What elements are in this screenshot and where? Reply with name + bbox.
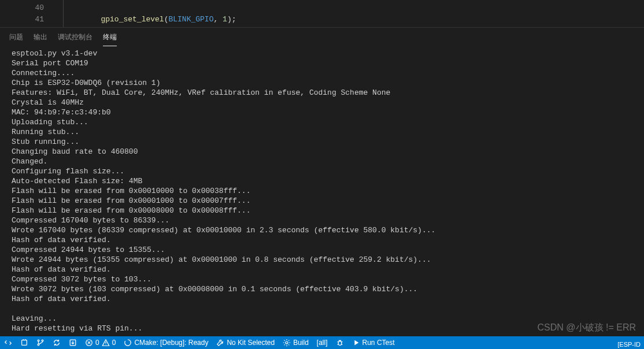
terminal-line: Changed.	[12, 157, 632, 166]
run-button[interactable]: Run CTest	[348, 336, 399, 349]
debug-button[interactable]	[332, 336, 348, 349]
code-line[interactable]: gpio_set_level(BLINK_GPIO, 1);	[64, 14, 644, 25]
terminal-line: Compressed 24944 bytes to 15355...	[12, 245, 632, 255]
build-label: Build	[293, 339, 309, 347]
terminal-line: Stub running...	[12, 137, 632, 147]
cmake-status[interactable]: CMake: [Debug]: Ready	[120, 336, 212, 349]
terminal-line: Leaving...	[12, 314, 632, 324]
sync-button[interactable]	[49, 336, 65, 349]
status-bar: 0 0 CMake: [Debug]: Ready No Kit Selecte…	[0, 336, 644, 349]
build-button[interactable]: Build	[279, 336, 313, 349]
code-token: );	[227, 15, 236, 24]
svg-point-3	[42, 340, 43, 341]
terminal-line: Uploading stub...	[12, 117, 632, 127]
code-token: 1	[223, 15, 227, 24]
flash-download-button[interactable]	[65, 336, 81, 349]
terminal-line: Hash of data verified.	[12, 235, 632, 245]
svg-point-2	[38, 344, 39, 346]
kit-label: No Kit Selected	[227, 339, 275, 347]
bottom-panel: 问题输出调试控制台终端 esptool.py v3.1-devSerial po…	[0, 27, 644, 336]
terminal-line: Compressed 3072 bytes to 103...	[12, 274, 632, 284]
terminal-line: Flash will be erased from 0x00008000 to …	[12, 206, 632, 216]
editor-code[interactable]: gpio_set_level(BLINK_GPIO, 1);	[64, 0, 644, 27]
download-icon	[69, 339, 77, 347]
ctest-label: Run CTest	[362, 339, 395, 347]
panel-tabs: 问题输出调试控制台终端	[0, 28, 644, 44]
terminal-line: Crystal is 40MHz	[12, 98, 632, 107]
gear-icon	[283, 339, 291, 347]
espidf-status[interactable]: [ESP-ID	[617, 341, 641, 348]
terminal-line: Wrote 167040 bytes (86339 compressed) at…	[12, 225, 632, 235]
bug-icon	[336, 339, 344, 347]
terminal-line: esptool.py v3.1-dev	[12, 49, 632, 58]
code-token: gpio_set_level	[101, 15, 164, 24]
terminal-line: Auto-detected Flash size: 4MB	[12, 176, 632, 186]
folding-bar	[57, 0, 64, 27]
wrench-icon	[216, 339, 224, 347]
plug-icon	[20, 339, 28, 347]
svg-point-6	[286, 341, 288, 344]
editor-gutter: 4041	[0, 0, 57, 27]
error-count: 0	[95, 339, 99, 347]
code-token: ,	[213, 15, 223, 24]
terminal-line: Changing baud rate to 460800	[12, 147, 632, 157]
terminal-output[interactable]: esptool.py v3.1-devSerial port COM19Conn…	[0, 44, 644, 336]
loading-icon	[124, 339, 132, 347]
error-icon	[85, 339, 93, 347]
line-number: 40	[0, 2, 44, 14]
svg-point-7	[338, 341, 342, 345]
terminal-line: Hash of data verified.	[12, 265, 632, 274]
terminal-line: Configuring flash size...	[12, 166, 632, 176]
terminal-line: Wrote 24944 bytes (15355 compressed) at …	[12, 255, 632, 265]
terminal-line: Flash will be erased from 0x00001000 to …	[12, 196, 632, 206]
warning-icon	[102, 339, 110, 347]
remote-button[interactable]	[0, 336, 16, 349]
terminal-line: Chip is ESP32-D0WDQ6 (revision 1)	[12, 78, 632, 88]
terminal-line: Hash of data verified.	[12, 294, 632, 304]
remote-icon	[4, 339, 12, 347]
terminal-line	[12, 304, 632, 314]
svg-point-1	[38, 340, 39, 341]
line-number: 41	[0, 14, 44, 25]
kit-selector[interactable]: No Kit Selected	[212, 336, 279, 349]
terminal-line: Wrote 3072 bytes (103 compressed) at 0x0…	[12, 284, 632, 294]
svg-rect-0	[22, 340, 27, 346]
source-control-button[interactable]	[32, 336, 49, 349]
play-icon	[352, 339, 360, 347]
terminal-line: Running stub...	[12, 127, 632, 137]
terminal-line: Flash will be erased from 0x00010000 to …	[12, 186, 632, 196]
build-target[interactable]: [all]	[313, 336, 332, 349]
terminal-line: Connecting....	[12, 68, 632, 78]
warning-count: 0	[112, 339, 116, 347]
target-label: [all]	[317, 339, 328, 347]
terminal-line: Serial port COM19	[12, 58, 632, 68]
problems-status[interactable]: 0 0	[81, 336, 120, 349]
sync-icon	[53, 339, 61, 347]
code-token: BLINK_GPIO	[168, 15, 213, 24]
terminal-line: Compressed 167040 bytes to 86339...	[12, 216, 632, 225]
serial-button[interactable]	[16, 336, 32, 349]
editor-area: 4041 gpio_set_level(BLINK_GPIO, 1);	[0, 0, 644, 27]
terminal-line: Features: WiFi, BT, Dual Core, 240MHz, V…	[12, 88, 632, 98]
code-line[interactable]	[64, 2, 644, 14]
terminal-line: Hard resetting via RTS pin...	[12, 324, 632, 333]
branch-icon	[36, 339, 45, 347]
cmake-label: CMake: [Debug]: Ready	[134, 339, 208, 347]
terminal-line: MAC: 94:b9:7e:c3:49:b0	[12, 107, 632, 117]
